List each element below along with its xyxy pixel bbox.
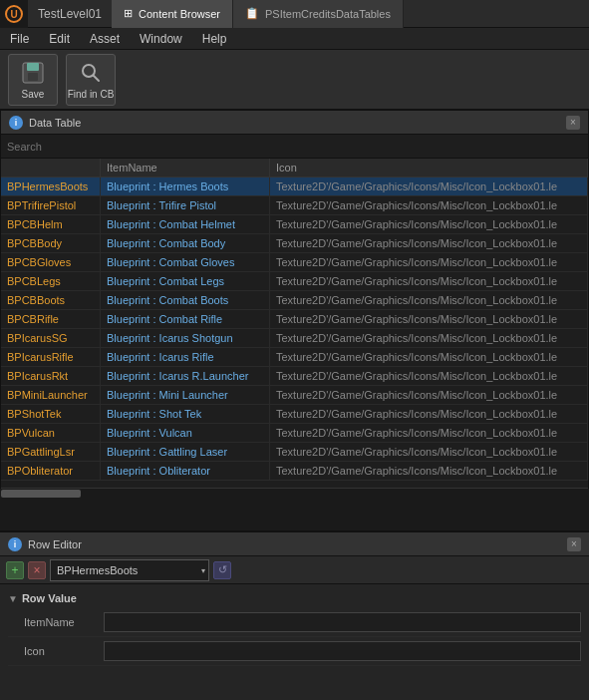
app-logo: U — [0, 0, 28, 28]
table-body: BPHermesBoots Blueprint : Hermes Boots T… — [1, 177, 588, 481]
cell-icon: Texture2D'/Game/Graphics/Icons/Misc/Icon… — [270, 405, 588, 423]
table-row[interactable]: BPCBLegs Blueprint : Combat Legs Texture… — [1, 272, 588, 291]
cell-icon: Texture2D'/Game/Graphics/Icons/Misc/Icon… — [270, 367, 588, 385]
cell-name: BPHermesBoots — [1, 177, 101, 195]
save-icon — [19, 59, 47, 87]
cell-name: BPCBGloves — [1, 253, 101, 271]
svg-text:U: U — [10, 9, 17, 20]
svg-rect-4 — [28, 73, 38, 81]
row-editor-info-icon: i — [8, 537, 22, 551]
cell-itemname: Blueprint : Vulcan — [101, 424, 270, 442]
row-value-header[interactable]: ▼ Row Value — [8, 588, 581, 608]
cell-name: BPTrifirePistol — [1, 196, 101, 214]
table-row[interactable]: BPCBGloves Blueprint : Combat Gloves Tex… — [1, 253, 588, 272]
datatable-close-button[interactable]: × — [566, 116, 580, 130]
tab-icon: ⊞ — [124, 7, 133, 20]
find-in-cb-label: Find in CB — [68, 89, 115, 100]
table-row[interactable]: BPGattlingLsr Blueprint : Gattling Laser… — [1, 443, 588, 462]
cell-itemname: Blueprint : Shot Tek — [101, 405, 270, 423]
cell-name: BPCBLegs — [1, 272, 101, 290]
cell-icon: Texture2D'/Game/Graphics/Icons/Misc/Icon… — [270, 234, 588, 252]
search-bar — [1, 135, 588, 159]
tab-psitem[interactable]: 📋 PSItemCreditsDataTables — [233, 0, 404, 28]
cell-itemname: Blueprint : Combat Rifle — [101, 310, 270, 328]
table-row[interactable]: BPIcarusSG Blueprint : Icarus Shotgun Te… — [1, 329, 588, 348]
cell-itemname: Blueprint : Obliterator — [101, 462, 270, 480]
cell-itemname: Blueprint : Trifire Pistol — [101, 196, 270, 214]
tab-bar: ⊞ Content Browser 📋 PSItemCreditsDataTab… — [112, 0, 589, 28]
col-header-icon: Icon — [270, 159, 588, 176]
table-row[interactable]: BPIcarusRifle Blueprint : Icarus Rifle T… — [1, 348, 588, 367]
field-itemname-label: ItemName — [24, 616, 104, 628]
table-row[interactable]: BPCBBody Blueprint : Combat Body Texture… — [1, 234, 588, 253]
cell-icon: Texture2D'/Game/Graphics/Icons/Misc/Icon… — [270, 386, 588, 404]
datatable-table: ItemName Icon BPHermesBoots Blueprint : … — [1, 159, 588, 488]
save-button[interactable]: Save — [8, 54, 58, 106]
table-row[interactable]: BPVulcan Blueprint : Vulcan Texture2D'/G… — [1, 424, 588, 443]
row-editor-header: i Row Editor × — [0, 532, 589, 556]
cell-name: BPVulcan — [1, 424, 101, 442]
cell-name: BPGattlingLsr — [1, 443, 101, 461]
cell-icon: Texture2D'/Game/Graphics/Icons/Misc/Icon… — [270, 177, 588, 195]
tab-label: PSItemCreditsDataTables — [265, 8, 391, 20]
title-bar: U TestLevel01 ⊞ Content Browser 📋 PSItem… — [0, 0, 589, 28]
window-title: TestLevel01 — [28, 7, 112, 21]
find-icon — [77, 59, 105, 87]
h-scroll-thumb[interactable] — [1, 490, 81, 498]
menu-window[interactable]: Window — [130, 28, 192, 49]
table-row[interactable]: BPHermesBoots Blueprint : Hermes Boots T… — [1, 177, 588, 196]
row-editor-close-button[interactable]: × — [567, 537, 581, 551]
cell-name: BPCBBoots — [1, 291, 101, 309]
cell-name: BPMiniLauncher — [1, 386, 101, 404]
cell-icon: Texture2D'/Game/Graphics/Icons/Misc/Icon… — [270, 253, 588, 271]
tab-content-browser[interactable]: ⊞ Content Browser — [112, 0, 233, 28]
svg-rect-3 — [27, 63, 39, 71]
cell-itemname: Blueprint : Icarus Shotgun — [101, 329, 270, 347]
menu-help[interactable]: Help — [192, 28, 237, 49]
menu-edit[interactable]: Edit — [39, 28, 80, 49]
cell-itemname: Blueprint : Icarus Rifle — [101, 348, 270, 366]
table-row[interactable]: BPMiniLauncher Blueprint : Mini Launcher… — [1, 386, 588, 405]
delete-row-button[interactable]: × — [28, 561, 46, 579]
svg-line-6 — [94, 76, 100, 82]
cell-itemname: Blueprint : Combat Helmet — [101, 215, 270, 233]
cell-itemname: Blueprint : Combat Legs — [101, 272, 270, 290]
field-icon-input[interactable] — [104, 641, 581, 661]
cell-icon: Texture2D'/Game/Graphics/Icons/Misc/Icon… — [270, 424, 588, 442]
refresh-button[interactable]: ↺ — [213, 561, 231, 579]
table-row[interactable]: BPIcarusRkt Blueprint : Icarus R.Launche… — [1, 367, 588, 386]
cell-name: BPShotTek — [1, 405, 101, 423]
search-input[interactable] — [7, 141, 582, 153]
row-selector[interactable]: BPHermesBootsBPTrifirePistolBPCBHelmBPCB… — [50, 559, 209, 581]
field-icon-row: Icon — [8, 637, 581, 666]
cell-name: BPIcarusRkt — [1, 367, 101, 385]
cell-itemname: Blueprint : Combat Body — [101, 234, 270, 252]
datatable-title: Data Table — [29, 117, 560, 129]
table-row[interactable]: BPCBHelm Blueprint : Combat Helmet Textu… — [1, 215, 588, 234]
add-row-button[interactable]: + — [6, 561, 24, 579]
field-itemname-row: ItemName — [8, 608, 581, 637]
cell-name: BPCBBody — [1, 234, 101, 252]
find-in-cb-button[interactable]: Find in CB — [66, 54, 116, 106]
cell-icon: Texture2D'/Game/Graphics/Icons/Misc/Icon… — [270, 310, 588, 328]
table-row[interactable]: BPTrifirePistol Blueprint : Trifire Pist… — [1, 196, 588, 215]
cell-name: BPCBHelm — [1, 215, 101, 233]
table-row[interactable]: BPCBBoots Blueprint : Combat Boots Textu… — [1, 291, 588, 310]
menu-file[interactable]: File — [0, 28, 39, 49]
table-header: ItemName Icon — [1, 159, 588, 177]
datatable-header: i Data Table × — [1, 111, 588, 135]
table-row[interactable]: BPShotTek Blueprint : Shot Tek Texture2D… — [1, 405, 588, 424]
cell-icon: Texture2D'/Game/Graphics/Icons/Misc/Icon… — [270, 291, 588, 309]
table-row[interactable]: BPCBRifle Blueprint : Combat Rifle Textu… — [1, 310, 588, 329]
tab-label: Content Browser — [139, 8, 220, 20]
cell-itemname: Blueprint : Combat Gloves — [101, 253, 270, 271]
field-itemname-input[interactable] — [104, 612, 581, 632]
cell-icon: Texture2D'/Game/Graphics/Icons/Misc/Icon… — [270, 196, 588, 214]
cell-name: BPCBRifle — [1, 310, 101, 328]
menu-bar: File Edit Asset Window Help — [0, 28, 589, 50]
cell-name: BPObliterator — [1, 462, 101, 480]
toolbar: Save Find in CB — [0, 50, 589, 110]
menu-asset[interactable]: Asset — [80, 28, 130, 49]
horizontal-scrollbar[interactable] — [1, 488, 588, 498]
table-row[interactable]: BPObliterator Blueprint : Obliterator Te… — [1, 462, 588, 481]
